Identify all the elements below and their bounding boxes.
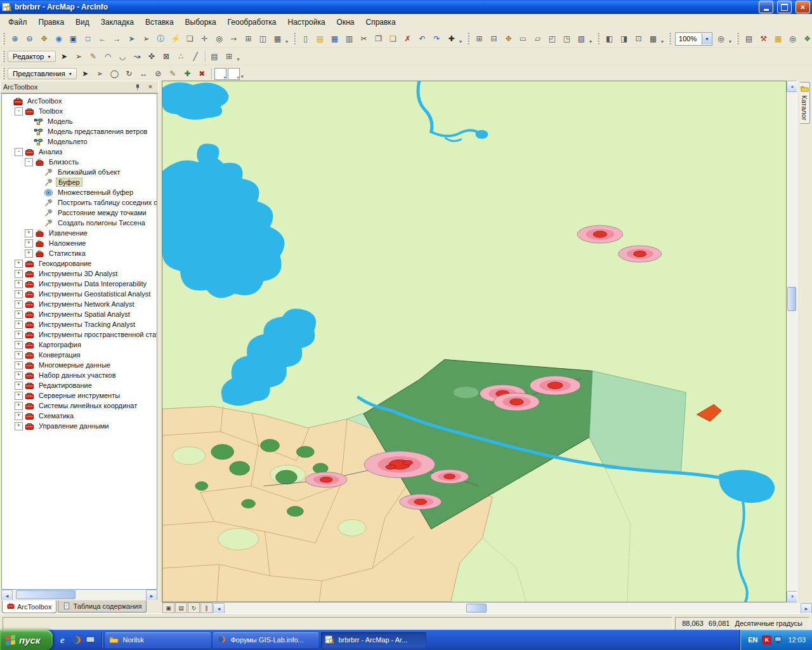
expander-minus-icon[interactable]: - <box>25 158 33 166</box>
menu-item-7[interactable]: Настройка <box>282 16 331 29</box>
expander-plus-icon[interactable]: + <box>15 361 23 369</box>
identify-button[interactable]: ⓘ <box>154 32 168 46</box>
layout-zoom-whole-page-button[interactable]: ▭ <box>516 32 530 46</box>
tree-item[interactable]: +Схематика <box>2 411 157 421</box>
arctoolbox-window-button[interactable]: ⚒ <box>756 32 771 46</box>
html-popup-button[interactable]: ❏ <box>183 32 197 46</box>
scroll-left-icon[interactable]: ◀ <box>213 603 225 614</box>
data-view-button[interactable]: ▣ <box>162 602 174 613</box>
midpoint-tool-button[interactable]: ∴ <box>174 50 188 64</box>
tree-item[interactable]: +Извлечение <box>2 228 157 238</box>
firefox-icon[interactable] <box>70 634 82 646</box>
arc-segment-tool-button[interactable]: ◠ <box>101 50 115 64</box>
layout-fixed-zoom-out-button[interactable]: ◳ <box>560 32 574 46</box>
menu-item-0[interactable]: Файл <box>3 16 33 29</box>
tree-item[interactable]: +Инструменты Network Analyst <box>2 299 157 309</box>
fixed-zoom-in-button[interactable]: ▣ <box>66 32 81 46</box>
erase-representation-button[interactable]: ⊘ <box>151 67 166 81</box>
toolbar-grip[interactable] <box>467 33 469 44</box>
direct-select-representation-button[interactable]: ➢ <box>93 67 107 81</box>
scroll-track[interactable] <box>225 603 801 613</box>
expander-minus-icon[interactable]: - <box>15 107 23 116</box>
model-builder-button[interactable]: ❖ <box>800 32 812 46</box>
delete-vertex-button[interactable]: ✖ <box>195 67 209 81</box>
map-horizontal-scrollbar[interactable]: ◀ ▶ <box>213 603 812 613</box>
representation-override-mini-combo[interactable]: ▾ <box>228 68 240 80</box>
map-scale-combo[interactable]: 100%▼ <box>675 32 712 46</box>
expander-plus-icon[interactable]: + <box>15 381 23 390</box>
tree-item[interactable]: +Статистика <box>2 248 157 258</box>
expander-plus-icon[interactable]: + <box>15 341 23 349</box>
tree-item[interactable]: Создать полигоны Тиссена <box>2 218 157 228</box>
sketch-tool-button[interactable]: ✎ <box>86 50 101 64</box>
pan-button[interactable]: ✥ <box>37 32 51 46</box>
tree-item[interactable]: -Анализ <box>2 147 157 157</box>
toolbar-options-arrow[interactable]: ▾ <box>237 56 240 62</box>
toolbar-options-arrow[interactable]: ▾ <box>661 39 664 44</box>
map-vertical-scrollbar[interactable]: ▲ ▼ <box>787 81 797 602</box>
expander-plus-icon[interactable]: + <box>15 270 23 278</box>
editor-dropdown[interactable]: Редактор▾ <box>8 51 56 62</box>
toolbar-grip[interactable] <box>669 33 671 44</box>
expander-plus-icon[interactable]: + <box>25 229 33 237</box>
tree-item[interactable]: +Набор данных участков <box>2 370 157 380</box>
taskbar-task-1[interactable]: Форумы GIS-Lab.info... <box>213 632 318 648</box>
layout-toggle-draft-button[interactable]: ▧ <box>574 32 589 46</box>
show-desktop-icon[interactable] <box>84 634 96 646</box>
scroll-thumb[interactable] <box>466 604 487 613</box>
effects-transparency-button[interactable]: ⊡ <box>631 32 646 46</box>
panel-close-icon[interactable]: ✕ <box>145 82 155 92</box>
go-to-xy-button[interactable]: ⊞ <box>241 32 256 46</box>
tree-item[interactable]: +Системы линейных координат <box>2 401 157 411</box>
distance-tool-button[interactable]: ✜ <box>145 50 159 64</box>
tree-item[interactable]: Построить таблицу соседних об <box>2 197 157 208</box>
expander-plus-icon[interactable]: + <box>15 260 23 268</box>
expander-plus-icon[interactable]: + <box>15 412 23 420</box>
expander-plus-icon[interactable]: + <box>15 310 23 319</box>
tree-item[interactable]: +Инструменты 3D Analyst <box>2 269 157 279</box>
tree-item[interactable]: Ближайший объект <box>2 167 157 177</box>
copy-button[interactable]: ❐ <box>371 32 386 46</box>
rotate-representation-button[interactable]: ↻ <box>122 67 136 81</box>
magnifier-window-button[interactable]: ◫ <box>256 32 270 46</box>
find-button[interactable]: ◎ <box>212 32 226 46</box>
layout-view-button[interactable]: ▤ <box>175 602 187 613</box>
catalog-tab[interactable]: Каталог <box>800 82 810 124</box>
expander-plus-icon[interactable]: + <box>15 422 23 430</box>
start-button[interactable]: пуск <box>0 630 53 650</box>
tree-item[interactable]: +Картография <box>2 340 157 350</box>
tree-item[interactable]: Модель <box>2 116 157 126</box>
representations-dropdown[interactable]: Представления▾ <box>8 68 77 79</box>
tree-item[interactable]: +Инструменты Geostatistical Analyst <box>2 289 157 299</box>
expander-minus-icon[interactable]: - <box>15 148 23 156</box>
scroll-thumb[interactable] <box>787 287 796 311</box>
tree-item[interactable]: Модель представления ветров <box>2 126 157 136</box>
tree-item[interactable]: +Многомерные данные <box>2 360 157 370</box>
move-representation-button[interactable]: ↔ <box>136 67 151 81</box>
toolbar-grip[interactable] <box>737 33 739 44</box>
effects-brightness-button[interactable]: ◨ <box>617 32 631 46</box>
scroll-track[interactable] <box>787 92 797 591</box>
toolbar-grip[interactable] <box>3 51 5 62</box>
expander-plus-icon[interactable]: + <box>15 392 23 400</box>
expander-plus-icon[interactable]: + <box>15 321 23 329</box>
tree-item[interactable]: +Конвертация <box>2 350 157 360</box>
menu-item-3[interactable]: Закладка <box>95 16 140 29</box>
print-button[interactable]: ▥ <box>342 32 357 46</box>
catalog-window-button[interactable]: ▦ <box>771 32 785 46</box>
menu-item-1[interactable]: Правка <box>33 16 70 29</box>
menu-item-4[interactable]: Вставка <box>140 16 180 29</box>
tangent-tool-button[interactable]: ╱ <box>188 50 203 64</box>
tree-item[interactable]: Расстояние между точками <box>2 208 157 218</box>
chevron-down-icon[interactable]: ▼ <box>702 34 712 44</box>
pin-icon[interactable] <box>133 82 143 92</box>
lasso-select-button[interactable]: ◯ <box>107 67 122 81</box>
tree-item[interactable]: +Инструменты Tracking Analyst <box>2 319 157 329</box>
toolbar-grip[interactable] <box>293 33 296 44</box>
expander-plus-icon[interactable]: + <box>15 300 23 308</box>
find-route-button[interactable]: ➙ <box>226 32 241 46</box>
tree-item[interactable]: Множественный буфер <box>2 187 157 197</box>
attributes-window-button[interactable]: ▤ <box>207 50 222 64</box>
cut-button[interactable]: ✂ <box>357 32 371 46</box>
minimize-button[interactable] <box>759 1 773 13</box>
